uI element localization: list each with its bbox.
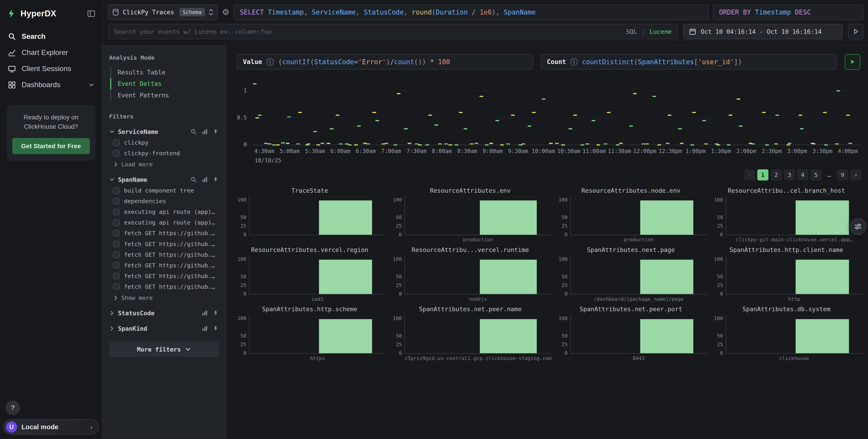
schema-badge[interactable]: Schema xyxy=(179,8,205,16)
bar[interactable] xyxy=(480,319,537,353)
sidebar-collapse-icon[interactable] xyxy=(87,9,95,18)
pin-icon[interactable] xyxy=(213,325,219,332)
checkbox[interactable] xyxy=(113,262,120,268)
filter-option[interactable]: dependencies xyxy=(113,198,219,205)
bar[interactable] xyxy=(319,200,372,235)
help-button[interactable]: ? xyxy=(5,401,20,415)
checkbox[interactable] xyxy=(113,241,120,247)
more-filters-button[interactable]: More filters xyxy=(109,342,219,357)
pagination-page-4[interactable]: 4 xyxy=(797,169,808,180)
search-icon[interactable] xyxy=(191,177,197,183)
pin-icon[interactable] xyxy=(213,310,219,316)
bar[interactable] xyxy=(796,200,849,235)
bar[interactable] xyxy=(480,200,537,235)
sql-mode-toggle[interactable]: SQL xyxy=(626,28,637,35)
pagination-page-1[interactable]: 1 xyxy=(757,169,768,180)
filter-group-header[interactable]: StatusCode xyxy=(109,310,219,317)
chart-settings-fab[interactable] xyxy=(849,218,866,235)
bar-chart-icon[interactable] xyxy=(202,129,208,135)
bar-chart-icon[interactable] xyxy=(202,177,208,183)
checkbox[interactable] xyxy=(113,150,120,156)
order-by-input[interactable]: ORDER BY Timestamp DESC xyxy=(713,4,864,20)
sidebar-item-dashboards[interactable]: Dashboards xyxy=(0,77,102,93)
filter-option[interactable]: fetch GET https://github.… xyxy=(113,241,219,247)
value-expression-input[interactable]: Value i (countIf(StatusCode='Error')/cou… xyxy=(237,54,533,70)
sidebar-item-client-sessions[interactable]: Client Sessions xyxy=(0,61,102,77)
mini-chart-x-label: clickpy-git-main-clickhouse.vercel.app… xyxy=(726,237,862,243)
code-token: = xyxy=(354,58,358,66)
local-mode-label: Local mode xyxy=(22,423,59,431)
bar[interactable] xyxy=(640,260,693,294)
checkbox[interactable] xyxy=(113,198,120,205)
load-more-link[interactable]: Show more xyxy=(113,294,219,301)
checkbox[interactable] xyxy=(113,209,120,215)
analysis-mode-option-results-table[interactable]: Results Table xyxy=(110,66,219,78)
sidebar-item-chart-explorer[interactable]: Chart Explorer xyxy=(0,45,102,61)
y-axis-label: 25 xyxy=(561,282,567,288)
mini-chart-y-axis: 02550100 xyxy=(389,196,404,235)
run-search-button[interactable] xyxy=(848,24,864,39)
filter-option[interactable]: executing api route (app)… xyxy=(113,208,219,215)
filter-option[interactable]: build component tree xyxy=(113,187,219,194)
checkbox[interactable] xyxy=(113,219,120,226)
checkbox[interactable] xyxy=(113,139,120,146)
bar[interactable] xyxy=(319,260,372,294)
bar[interactable] xyxy=(796,319,849,353)
bar-chart-icon[interactable] xyxy=(202,325,208,332)
load-more-link[interactable]: Load more xyxy=(113,161,219,168)
search-icon[interactable] xyxy=(191,129,197,135)
filter-option[interactable]: clickpy-frontend xyxy=(113,150,219,157)
sql-select-input[interactable]: SELECT Timestamp, ServiceName, StatusCod… xyxy=(234,4,709,20)
checkbox[interactable] xyxy=(113,273,120,279)
analysis-mode-option-event-deltas[interactable]: Event Deltas xyxy=(110,78,219,90)
data-point xyxy=(339,143,343,145)
filter-group-spankind: SpanKind xyxy=(109,325,219,332)
checkbox[interactable] xyxy=(113,251,120,258)
user-avatar: U xyxy=(6,421,17,433)
bar[interactable] xyxy=(796,260,849,294)
pagination-page-5[interactable]: 5 xyxy=(810,169,822,180)
pagination-page-9[interactable]: 9 xyxy=(837,169,848,180)
analysis-mode-option-event-patterns[interactable]: Event Patterns xyxy=(110,89,219,101)
pagination-next-button[interactable]: › xyxy=(850,169,861,180)
sidebar-item-search[interactable]: Search xyxy=(0,28,102,45)
filter-group-header[interactable]: ServiceName xyxy=(109,128,219,135)
filter-option[interactable]: fetch GET https://github.… xyxy=(113,283,219,290)
run-metrics-button[interactable] xyxy=(845,54,860,70)
bar-chart-icon[interactable] xyxy=(202,310,208,316)
y-axis-label: 100 xyxy=(559,316,568,321)
checkbox[interactable] xyxy=(113,283,120,290)
bar[interactable] xyxy=(640,200,693,235)
pagination-page-2[interactable]: 2 xyxy=(771,169,782,180)
filter-option[interactable]: clickpy xyxy=(113,139,219,146)
filter-option[interactable]: fetch GET https://github.… xyxy=(113,273,219,280)
filter-group-header[interactable]: SpanKind xyxy=(109,325,219,332)
source-select[interactable]: ClickPy Traces Schema xyxy=(108,4,218,20)
filter-option[interactable]: fetch GET https://github.… xyxy=(113,251,219,258)
checkbox[interactable] xyxy=(113,230,120,236)
attribute-chart: SpanAttributes.http.client.name02550100h… xyxy=(710,246,863,302)
filter-group-header[interactable]: SpanName xyxy=(109,176,219,183)
checkbox[interactable] xyxy=(113,187,120,194)
get-started-button[interactable]: Get Started for Free xyxy=(12,138,90,154)
lucene-mode-toggle[interactable]: Lucene xyxy=(650,28,672,35)
bar[interactable] xyxy=(480,260,537,294)
deltas-plot-area[interactable] xyxy=(252,78,861,145)
gear-icon[interactable]: ⚙ xyxy=(222,7,229,17)
pin-icon[interactable] xyxy=(213,177,219,183)
bar[interactable] xyxy=(640,319,693,353)
date-range-picker[interactable]: Oct 10 04:16:14 - Oct 10 16:16:14 xyxy=(683,24,843,39)
filter-option[interactable]: fetch GET https://github.… xyxy=(113,230,219,236)
pin-icon[interactable] xyxy=(213,129,219,135)
count-expression-input[interactable]: Count i countDistinct(SpanAttributes['us… xyxy=(541,54,837,70)
bar[interactable] xyxy=(319,319,372,353)
more-filters-label: More filters xyxy=(137,346,181,353)
y-axis-label: 0 xyxy=(399,291,402,297)
filter-option[interactable]: executing api route (app)… xyxy=(113,219,219,226)
pagination-prev-button[interactable]: ‹ xyxy=(744,169,755,180)
local-mode-button[interactable]: U Local mode › xyxy=(3,419,99,435)
filter-option[interactable]: fetch GET https://github.… xyxy=(113,262,219,269)
search-input[interactable] xyxy=(114,28,622,35)
code-token xyxy=(264,8,268,16)
pagination-page-3[interactable]: 3 xyxy=(784,169,795,180)
